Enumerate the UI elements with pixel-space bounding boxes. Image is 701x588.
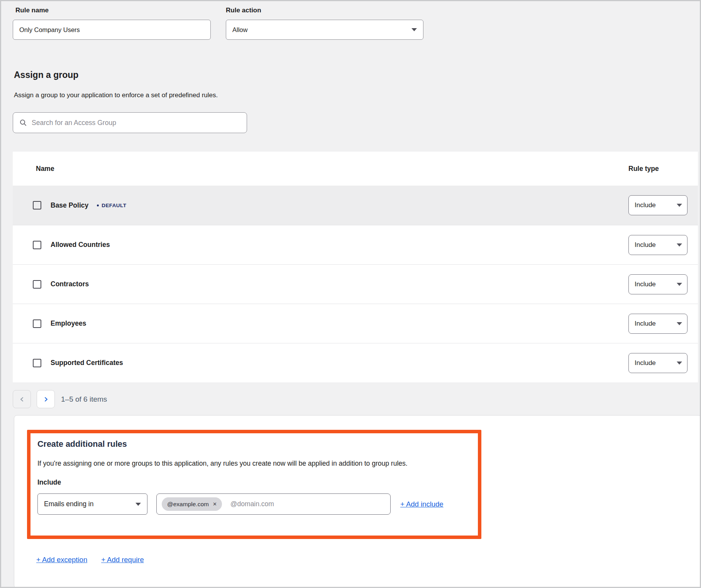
pagination: 1–5 of 6 items — [13, 390, 107, 408]
chevron-down-icon — [677, 243, 682, 247]
row-checkbox[interactable] — [33, 280, 41, 289]
condition-value: Emails ending in — [44, 500, 93, 508]
assign-group-title: Assign a group — [14, 70, 78, 80]
email-domain-tag: @example.com ✕ — [162, 497, 222, 511]
row-checkbox[interactable] — [33, 319, 41, 328]
table-row: Employees Include — [13, 304, 698, 343]
rule-action-select[interactable]: Allow — [226, 20, 423, 40]
column-header-rule-type: Rule type — [628, 165, 687, 173]
group-name: Contractors — [51, 280, 89, 288]
add-require-link[interactable]: + Add require — [101, 556, 144, 564]
next-page-button[interactable] — [37, 390, 55, 408]
rule-type-select[interactable]: Include — [628, 274, 687, 294]
condition-select[interactable]: Emails ending in — [37, 493, 147, 515]
rule-action-value: Allow — [232, 26, 247, 34]
row-checkbox[interactable] — [33, 201, 41, 210]
domain-input-placeholder: @domain.com — [230, 500, 274, 508]
rule-name-field-box — [13, 20, 211, 40]
table-row: Supported Certificates Include — [13, 343, 698, 382]
access-group-search[interactable]: Search for an Access Group — [13, 112, 247, 133]
rule-name-input[interactable] — [19, 26, 204, 34]
create-additional-rules-description: If you're assigning one or more groups t… — [37, 460, 471, 468]
pagination-label: 1–5 of 6 items — [61, 395, 107, 404]
search-icon — [19, 119, 27, 127]
chevron-left-icon — [19, 396, 25, 402]
highlight-annotation-box: Create additional rules If you're assign… — [27, 430, 481, 539]
rule-extra-links: + Add exception + Add require — [36, 556, 144, 564]
rule-type-select[interactable]: Include — [628, 353, 687, 373]
chevron-down-icon — [677, 322, 682, 325]
chevron-down-icon — [677, 362, 682, 365]
access-groups-table: Name Rule type Base Policy DEFAULT Inclu… — [13, 152, 698, 382]
search-placeholder: Search for an Access Group — [32, 119, 116, 127]
default-badge: DEFAULT — [97, 203, 126, 208]
table-row: Base Policy DEFAULT Include — [13, 186, 698, 225]
rule-type-select[interactable]: Include — [628, 235, 687, 255]
chevron-down-icon — [677, 283, 682, 286]
chevron-down-icon — [411, 28, 417, 31]
chevron-down-icon — [677, 204, 682, 207]
rule-editor-screen: Rule name Rule action Allow Assign a gro… — [0, 0, 701, 588]
table-row: Allowed Countries Include — [13, 225, 698, 264]
include-label: Include — [37, 478, 471, 487]
additional-rules-panel: Create additional rules If you're assign… — [14, 415, 701, 588]
create-additional-rules-title: Create additional rules — [37, 439, 471, 449]
column-header-name: Name — [13, 165, 628, 173]
rule-name-label: Rule name — [15, 7, 49, 14]
add-exception-link[interactable]: + Add exception — [36, 556, 87, 564]
table-header: Name Rule type — [13, 152, 698, 186]
group-name: Allowed Countries — [51, 241, 110, 249]
previous-page-button[interactable] — [13, 390, 31, 408]
table-row: Contractors Include — [13, 264, 698, 304]
add-include-link[interactable]: + Add include — [400, 500, 444, 509]
badge-dot-icon — [97, 204, 99, 206]
chevron-down-icon — [135, 503, 141, 506]
row-checkbox[interactable] — [33, 359, 41, 367]
group-name: Base Policy — [51, 201, 88, 210]
remove-tag-icon[interactable]: ✕ — [213, 502, 217, 507]
group-name: Employees — [51, 319, 86, 328]
assign-group-description: Assign a group to your application to en… — [14, 91, 218, 99]
include-rule-row: Emails ending in @example.com ✕ @domain.… — [37, 493, 471, 515]
row-checkbox[interactable] — [33, 241, 41, 249]
rule-type-select[interactable]: Include — [628, 195, 687, 215]
email-domains-input[interactable]: @example.com ✕ @domain.com — [156, 493, 391, 515]
group-name: Supported Certificates — [51, 359, 123, 367]
chevron-right-icon — [43, 396, 49, 402]
rule-type-select[interactable]: Include — [628, 314, 687, 334]
rule-action-label: Rule action — [226, 7, 261, 14]
